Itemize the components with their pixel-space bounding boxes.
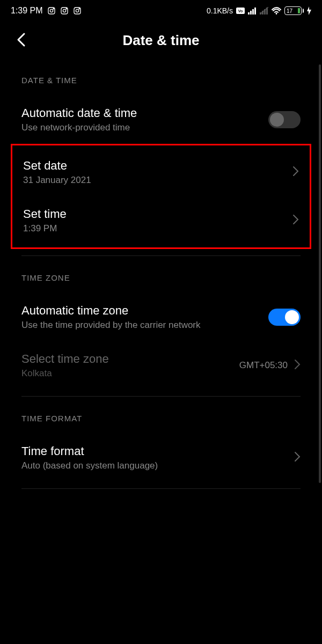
signal-icon <box>248 7 257 14</box>
signal-icon-weak <box>260 7 268 14</box>
svg-point-8 <box>79 9 79 9</box>
time-format-row[interactable]: Time format Auto (based on system langua… <box>11 434 311 482</box>
set-date-title: Set date <box>23 159 292 173</box>
svg-text:Vo: Vo <box>238 9 243 13</box>
select-timezone-title: Select time zone <box>21 352 239 366</box>
svg-point-20 <box>276 13 277 14</box>
section-header-timeformat: TIME FORMAT <box>11 403 311 434</box>
select-timezone-subtitle: Kolkata <box>21 368 239 379</box>
status-time: 1:39 PM <box>11 6 43 16</box>
svg-rect-14 <box>254 8 256 14</box>
section-header-timezone: TIME ZONE <box>11 262 311 293</box>
data-rate: 0.1KB/s <box>207 6 233 15</box>
auto-timezone-row[interactable]: Automatic time zone Use the time provide… <box>11 293 311 341</box>
charging-icon <box>307 6 311 15</box>
auto-timezone-title: Automatic time zone <box>21 304 268 318</box>
set-date-value: 31 January 2021 <box>23 175 292 186</box>
instagram-icon <box>73 6 82 15</box>
auto-timezone-subtitle: Use the time provided by the carrier net… <box>21 320 268 331</box>
page-title: Date & time <box>11 32 311 49</box>
set-time-title: Set time <box>23 207 292 221</box>
set-time-row[interactable]: Set time 1:39 PM <box>12 196 310 245</box>
svg-point-7 <box>76 9 78 12</box>
section-header-datetime: DATE & TIME <box>11 65 311 96</box>
instagram-icon <box>60 6 69 15</box>
battery-icon: 17 <box>284 6 304 15</box>
auto-datetime-row[interactable]: Automatic date & time Use network-provid… <box>11 96 311 144</box>
status-bar: 1:39 PM 0.1KB/s Vo 17 <box>0 0 322 21</box>
svg-rect-11 <box>248 12 250 14</box>
auto-datetime-subtitle: Use network-provided time <box>21 122 268 133</box>
scroll-indicator[interactable] <box>319 64 321 483</box>
auto-datetime-title: Automatic date & time <box>21 106 268 120</box>
chevron-right-icon <box>294 359 301 372</box>
svg-point-1 <box>50 9 53 12</box>
select-timezone-row: Select time zone Kolkata GMT+05:30 <box>11 341 311 390</box>
header: Date & time <box>0 21 322 65</box>
svg-point-5 <box>66 9 67 9</box>
timezone-value: GMT+05:30 <box>239 360 288 371</box>
time-format-subtitle: Auto (based on system language) <box>21 460 294 471</box>
svg-rect-12 <box>250 11 252 14</box>
svg-point-4 <box>63 9 65 12</box>
chevron-right-icon <box>292 214 299 227</box>
auto-timezone-toggle[interactable] <box>268 309 301 326</box>
highlight-box: Set date 31 January 2021 Set time 1:39 P… <box>11 144 311 249</box>
auto-datetime-toggle[interactable] <box>268 111 301 128</box>
time-format-title: Time format <box>21 444 294 458</box>
divider <box>21 396 301 397</box>
back-button[interactable] <box>16 32 26 49</box>
divider <box>21 488 301 489</box>
instagram-icon <box>47 6 56 15</box>
chevron-right-icon <box>292 166 299 179</box>
chevron-right-icon <box>294 451 301 464</box>
svg-rect-13 <box>252 9 254 14</box>
volte-icon: Vo <box>236 8 245 14</box>
divider <box>21 255 301 256</box>
wifi-icon <box>272 7 281 14</box>
set-date-row[interactable]: Set date 31 January 2021 <box>12 148 310 196</box>
set-time-value: 1:39 PM <box>23 223 292 234</box>
svg-point-2 <box>53 9 54 9</box>
